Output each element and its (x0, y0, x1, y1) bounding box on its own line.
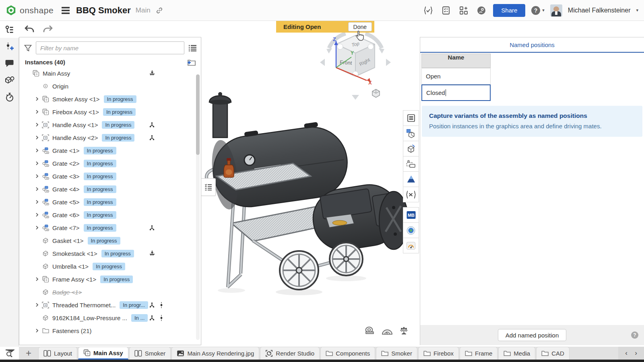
mass-scale-icon[interactable] (399, 326, 409, 335)
expand-chevron-icon[interactable] (33, 95, 41, 103)
add-named-position-button[interactable]: Add named position (498, 329, 567, 341)
part-icon (42, 263, 49, 269)
tasks-icon[interactable] (440, 4, 452, 16)
tree-item[interactable]: Badge <1> (19, 286, 201, 298)
undo-icon[interactable] (23, 23, 35, 35)
tabs-next-icon[interactable]: › (633, 349, 639, 357)
tree-item[interactable]: Smokestack <1>In progress (19, 247, 201, 260)
doc-tab-render-studio[interactable]: Render Studio (260, 347, 320, 360)
tree-item[interactable]: Gasket <1>In progress (19, 234, 201, 247)
doc-tab-smoker[interactable]: Smoker (129, 347, 171, 360)
tree-scrollbar[interactable] (196, 74, 200, 340)
add-folder-icon[interactable] (186, 58, 196, 66)
tree-item[interactable]: Handle Assy <1>In progress (19, 118, 201, 131)
panel-help-icon[interactable]: ? (631, 331, 638, 339)
expand-chevron-icon[interactable] (33, 211, 41, 219)
tree-item[interactable]: Handle Assy <2>In progress (19, 131, 201, 144)
user-name[interactable]: Michael Falkensteiner (568, 7, 631, 14)
expand-chevron-icon[interactable] (33, 146, 41, 154)
side-tab-app-sphere[interactable] (403, 222, 419, 238)
doc-tab-components[interactable]: Components (320, 347, 375, 360)
tree-item[interactable]: Threaded Thermomet...In progr... (19, 298, 201, 311)
expand-chevron-icon[interactable] (33, 224, 41, 232)
named-position-row-closed-editing[interactable]: Closed (421, 84, 491, 101)
document-title[interactable]: BBQ Smoker (76, 5, 131, 16)
tape-measure-icon[interactable] (364, 326, 375, 335)
side-tab-exploded-cube[interactable] (403, 125, 419, 141)
expand-chevron-icon[interactable] (33, 327, 41, 335)
expand-chevron-icon[interactable] (33, 121, 41, 129)
side-tab-named-views[interactable] (403, 141, 419, 156)
workspace-name[interactable]: Main (136, 6, 151, 14)
protractor-icon[interactable] (382, 327, 393, 335)
tree-item[interactable]: Grate <1>In progress (19, 144, 201, 157)
tree-item[interactable]: Firebox Assy <1>In progress (19, 105, 201, 118)
bbq-smoker-model[interactable] (189, 84, 423, 326)
tree-item[interactable]: Grate <6>In progress (19, 208, 201, 221)
tree-item[interactable]: Grate <3>In progress (19, 170, 201, 183)
expand-chevron-icon[interactable] (33, 185, 41, 193)
named-position-row-open[interactable]: Open (421, 68, 491, 84)
user-avatar[interactable] (550, 4, 562, 16)
doc-tab-main-assy[interactable]: Main Assy (78, 347, 128, 360)
search-tabs-icon[interactable] (0, 347, 19, 360)
expand-chevron-icon[interactable] (33, 159, 41, 167)
tree-item[interactable]: Origin (19, 80, 201, 93)
side-tab-appearance[interactable] (403, 171, 419, 187)
doc-tab-frame[interactable]: Frame (460, 347, 497, 360)
side-tab-app-gauge[interactable] (403, 238, 419, 253)
expand-chevron-icon[interactable] (33, 198, 41, 206)
side-tab-section-config[interactable] (403, 156, 419, 172)
doc-tab-cad[interactable]: CAD (536, 347, 570, 360)
left-toolbar-stopwatch[interactable] (0, 88, 19, 105)
ai-advisor-icon[interactable] (475, 4, 487, 16)
doc-tab-smoker[interactable]: Smoker (376, 347, 417, 360)
user-menu-chevron-icon[interactable]: ▾ (636, 8, 638, 13)
doc-tab-layout[interactable]: Layout (38, 347, 77, 360)
doc-tab-firebox[interactable]: Firebox (418, 347, 459, 360)
tabs-prev-icon[interactable]: ‹ (623, 349, 630, 357)
image-tab-icon (177, 350, 184, 357)
redo-icon[interactable] (42, 23, 54, 35)
left-toolbar-comment[interactable] (0, 55, 19, 72)
filter-input[interactable] (36, 41, 184, 54)
expand-chevron-icon[interactable] (33, 275, 41, 283)
left-toolbar-mate-add[interactable] (0, 38, 19, 55)
main-menu-icon[interactable] (61, 6, 70, 14)
tree-item[interactable]: Grate <7>In progress (19, 221, 201, 234)
doc-tab-main-assy-rendering-jpg[interactable]: Main Assy Rendering.jpg (171, 347, 259, 360)
apps-icon[interactable] (458, 4, 470, 16)
tree-item[interactable]: Smoker Assy <1>In progress (19, 93, 201, 105)
new-tab-button[interactable]: + (19, 347, 38, 360)
list-view-icon[interactable] (188, 45, 197, 51)
share-button[interactable]: Share (493, 4, 525, 17)
link-icon[interactable] (155, 6, 163, 14)
left-toolbar-structure-tree[interactable] (0, 21, 19, 38)
tree-item[interactable]: Umbrella <1>In progress (19, 260, 201, 273)
doc-tab-media[interactable]: Media (498, 347, 535, 360)
left-toolbar-part-question[interactable] (0, 72, 19, 88)
tree-item[interactable]: Grate <5>In progress (19, 195, 201, 208)
wheel-small[interactable] (330, 243, 363, 276)
tree-item[interactable]: Frame Assy <1>In progress (19, 273, 201, 286)
expand-chevron-icon[interactable] (33, 108, 41, 116)
smokestack[interactable] (209, 92, 231, 138)
wheel-large[interactable] (280, 251, 318, 290)
expand-chevron-icon[interactable] (33, 172, 41, 180)
tree-item[interactable]: Main Assy (19, 67, 201, 80)
side-tab-bom-list[interactable] (403, 110, 419, 126)
tree-item[interactable]: 9162K184_Low-Pressure ...In ... (19, 311, 201, 324)
filter-funnel-icon[interactable] (24, 45, 32, 51)
features-flyout-handle[interactable] (201, 178, 216, 196)
isometric-view-icon[interactable] (369, 87, 383, 100)
expand-chevron-icon[interactable] (33, 301, 41, 309)
side-tab-fx-config[interactable] (403, 187, 419, 202)
versions-icon[interactable] (422, 4, 434, 16)
tree-item-flags (149, 225, 155, 231)
tree-item[interactable]: Fasteners (21) (19, 324, 201, 337)
tree-item[interactable]: Grate <4>In progress (19, 183, 201, 195)
help-menu[interactable]: ? ▾ (531, 6, 545, 15)
side-tab-app-mb[interactable]: MB (403, 207, 419, 223)
tree-item[interactable]: Grate <2>In progress (19, 157, 201, 170)
expand-chevron-icon[interactable] (33, 134, 41, 142)
